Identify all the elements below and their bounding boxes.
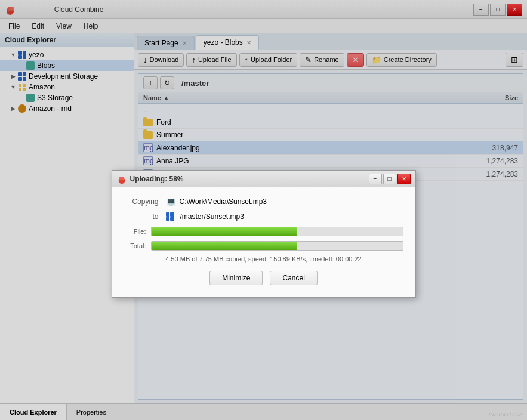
dialog-cancel-button[interactable]: Cancel [270,271,317,285]
dialog-title-bar: Uploading: 58% − □ ✕ [112,171,415,187]
dialog-copying-row: Copying 💻 C:\Work\Media\Sunset.mp3 [124,197,403,206]
source-path: C:\Work\Media\Sunset.mp3 [180,197,267,206]
dialog-minimize-action-button[interactable]: Minimize [209,271,263,285]
dialog-to-row: to /master/Sunset.mp3 [124,212,403,221]
total-progress-fill [152,242,297,250]
copying-label: Copying [124,197,166,206]
source-computer-icon: 💻 [166,197,176,206]
dialog-maximize-button[interactable]: □ [383,174,396,184]
dialog-title: Uploading: 58% [130,175,184,183]
svg-point-8 [119,177,124,180]
dest-path: /master/Sunset.mp3 [180,212,244,221]
dialog-footer: Minimize Cancel [124,271,403,288]
watermark: INSTALUJ.CZ [489,412,522,418]
dialog-close-button[interactable]: ✕ [397,174,411,184]
to-label: to [124,212,166,221]
dialog-app-icon [117,174,127,184]
file-progress-label: File: [124,228,151,235]
file-progress-row: File: [124,227,403,236]
dialog-info: 4.50 MB of 7.75 MB copied, speed: 150.89… [124,255,403,262]
dialog-overlay: Uploading: 58% − □ ✕ Copying 💻 C:\Work\M… [0,0,527,420]
file-progress-fill [152,227,297,236]
dialog-body: Copying 💻 C:\Work\Media\Sunset.mp3 to /m… [112,187,415,297]
upload-dialog: Uploading: 58% − □ ✕ Copying 💻 C:\Work\M… [112,170,416,298]
total-progress-bar [151,241,403,251]
dest-cloud-icon [166,212,174,221]
dialog-minimize-button[interactable]: − [369,174,382,184]
total-progress-row: Total: [124,241,403,251]
file-progress-bar [151,227,403,236]
total-progress-label: Total: [124,242,151,249]
